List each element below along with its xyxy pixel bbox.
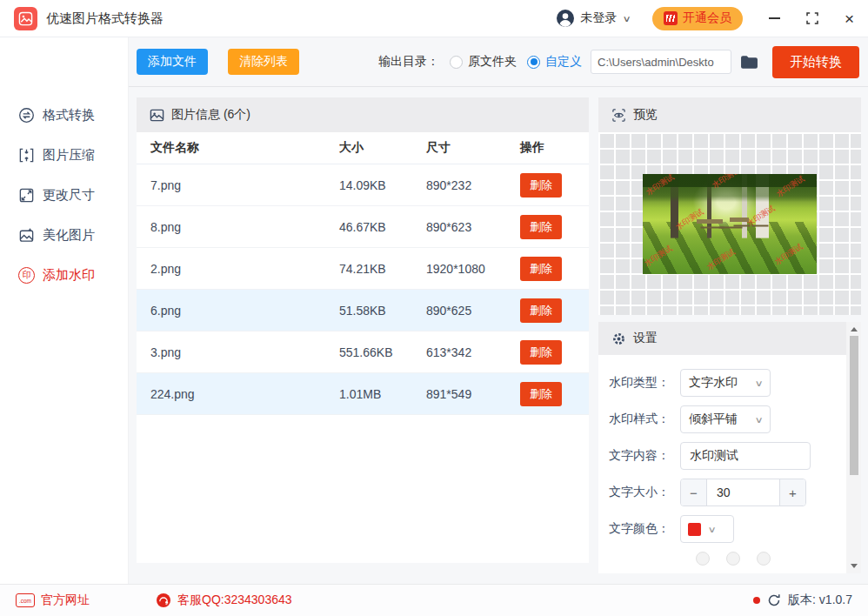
- radio-custom[interactable]: [527, 56, 540, 69]
- chevron-down-icon: ∨: [754, 378, 763, 388]
- size-decrease-button[interactable]: −: [681, 479, 707, 506]
- color-swatch: [688, 523, 701, 536]
- delete-button[interactable]: 删除: [520, 215, 562, 239]
- delete-button[interactable]: 删除: [520, 382, 562, 406]
- minimize-icon: [769, 17, 780, 19]
- scrollbar-thumb[interactable]: [850, 336, 858, 475]
- preview-bench-shape: [697, 219, 723, 224]
- delete-button[interactable]: 删除: [520, 298, 562, 323]
- add-files-button[interactable]: 添加文件: [137, 49, 208, 75]
- delete-button[interactable]: 删除: [520, 340, 562, 365]
- scroll-down-arrow-icon[interactable]: [851, 564, 858, 568]
- output-path-input[interactable]: [591, 50, 731, 74]
- table-row[interactable]: 3.png 551.66KB 613*342 删除: [137, 331, 589, 373]
- preview-image: 水印测试 水印测试 水印测试 水印测试 水印测试 水印测试 水印测试 水印测试: [643, 174, 817, 274]
- watermark-type-label: 水印类型：: [609, 375, 680, 391]
- close-icon: ×: [845, 10, 854, 27]
- app-logo-icon: [14, 7, 37, 30]
- table-row[interactable]: 6.png 51.58KB 890*625 删除: [137, 290, 589, 331]
- sidebar-item-image-compress[interactable]: 图片压缩: [0, 135, 128, 175]
- preview-eye-icon: [611, 108, 626, 123]
- clear-list-button[interactable]: 清除列表: [228, 49, 299, 75]
- watermark-text: 水印测试: [772, 241, 805, 268]
- refresh-icon[interactable]: [767, 593, 781, 607]
- open-vip-button[interactable]: 开通会员: [652, 7, 743, 30]
- watermark-type-select[interactable]: 文字水印 ∨: [680, 369, 771, 397]
- footer: .com 官方网址 客服QQ:3234303643 版本: v1.0.7: [0, 584, 868, 616]
- app-title: 优速图片格式转换器: [46, 10, 164, 27]
- settings-panel: 设置 水印类型： 文字水印 ∨ 水印样式：: [598, 322, 861, 573]
- settings-title: 设置: [633, 331, 658, 346]
- table-panel-header: 图片信息 (6个): [137, 97, 589, 132]
- vip-icon: [664, 11, 678, 25]
- table-row[interactable]: 224.png 1.01MB 891*549 删除: [137, 373, 589, 415]
- preset-color-dots: [696, 552, 861, 566]
- folder-icon: [740, 55, 758, 70]
- transparency-checker-background: 水印测试 水印测试 水印测试 水印测试 水印测试 水印测试 水印测试 水印测试: [598, 132, 861, 315]
- radio-custom-label[interactable]: 自定义: [545, 54, 582, 70]
- size-increase-button[interactable]: +: [779, 479, 805, 506]
- preview-title: 预览: [633, 107, 658, 123]
- watermark-style-select[interactable]: 倾斜平铺 ∨: [680, 405, 771, 433]
- chevron-down-icon: ∨: [754, 415, 763, 425]
- gear-icon: [611, 331, 626, 346]
- version-label: 版本: v1.0.7: [788, 593, 852, 608]
- sidebar-item-resize[interactable]: 更改尺寸: [0, 175, 128, 215]
- table-header-row: 文件名称 大小 尺寸 操作: [137, 132, 589, 164]
- file-table-panel: 图片信息 (6个) 文件名称 大小 尺寸 操作 7.png 14.09KB 89…: [137, 97, 589, 563]
- preview-panel-header: 预览: [598, 97, 861, 132]
- color-dot[interactable]: [696, 552, 710, 566]
- preview-panel: 预览 水印测试 水印测试 水印测试 水印测试 水印测试 水印测试 水印测试 水印…: [598, 97, 861, 315]
- compress-icon: [18, 147, 35, 164]
- sidebar-item-watermark[interactable]: 印 添加水印: [0, 255, 128, 295]
- text-color-label: 文字颜色：: [609, 521, 680, 537]
- color-dot[interactable]: [726, 552, 740, 566]
- titlebar: 优速图片格式转换器 未登录 ∨ 开通会员 ×: [0, 0, 868, 37]
- text-size-value[interactable]: 30: [707, 479, 779, 506]
- delete-button[interactable]: 删除: [520, 257, 562, 281]
- watermark-text: 水印测试: [744, 203, 777, 230]
- sidebar-item-format-convert[interactable]: 格式转换: [0, 95, 128, 135]
- login-label: 未登录: [581, 10, 618, 26]
- image-info-icon: [150, 108, 164, 123]
- watermark-style-label: 水印样式：: [609, 412, 680, 427]
- chevron-down-icon: ∨: [708, 525, 717, 534]
- preview-bench-shape: [730, 218, 749, 222]
- watermark-text: 水印测试: [643, 243, 675, 270]
- status-dot: [753, 597, 760, 604]
- table-row[interactable]: 8.png 46.67KB 890*623 删除: [137, 206, 589, 248]
- browse-folder-button[interactable]: [740, 55, 758, 70]
- start-convert-button[interactable]: 开始转换: [772, 46, 859, 78]
- chevron-down-icon: ∨: [622, 14, 631, 23]
- close-button[interactable]: ×: [845, 10, 854, 27]
- maximize-button[interactable]: [806, 12, 818, 24]
- login-menu[interactable]: 未登录 ∨: [556, 9, 630, 28]
- output-dir-label: 输出目录：: [378, 54, 439, 70]
- toolbar: 添加文件 清除列表 输出目录： 原文件夹 自定义 开始转换: [129, 37, 868, 87]
- user-avatar-icon: [556, 9, 575, 28]
- customer-service-icon: [156, 593, 171, 608]
- official-website-link[interactable]: .com 官方网址: [16, 593, 90, 608]
- settings-panel-header: 设置: [598, 322, 846, 355]
- table-row[interactable]: 7.png 14.09KB 890*232 删除: [137, 164, 589, 206]
- scroll-up-arrow-icon[interactable]: [851, 327, 858, 331]
- watermark-text: 水印测试: [774, 174, 806, 200]
- sidebar-item-beautify[interactable]: 美化图片: [0, 215, 128, 255]
- watermark-text: 水印测试: [710, 174, 742, 191]
- text-size-label: 文字大小：: [609, 485, 680, 500]
- color-dot[interactable]: [757, 552, 771, 566]
- table-row[interactable]: 2.png 74.21KB 1920*1080 删除: [137, 248, 589, 290]
- radio-original-folder-label[interactable]: 原文件夹: [468, 54, 517, 70]
- delete-button[interactable]: 删除: [520, 173, 562, 198]
- watermark-text: 水印测试: [704, 246, 737, 273]
- radio-original-folder[interactable]: [450, 56, 463, 69]
- customer-service-link[interactable]: 客服QQ:3234303643: [156, 593, 292, 608]
- maximize-icon: [806, 12, 818, 24]
- text-color-picker[interactable]: ∨: [680, 515, 734, 543]
- text-content-label: 文字内容：: [609, 448, 680, 464]
- website-icon: .com: [16, 593, 35, 607]
- minimize-button[interactable]: [769, 17, 780, 19]
- table-title: 图片信息 (6个): [171, 107, 250, 123]
- settings-scrollbar[interactable]: [846, 322, 861, 573]
- watermark-text-input[interactable]: [680, 442, 811, 470]
